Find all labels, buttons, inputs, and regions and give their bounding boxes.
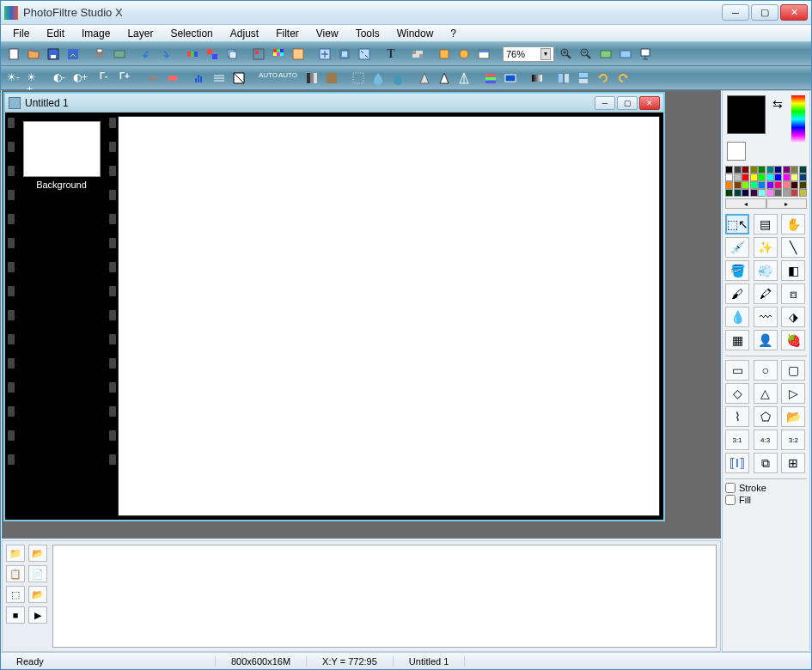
paste-button[interactable]: 📄 (28, 565, 47, 582)
palette-swatch[interactable] (783, 166, 791, 174)
duplicate-button[interactable] (223, 45, 241, 64)
action-list[interactable] (52, 545, 717, 648)
auto-levels-button[interactable]: AUTO (256, 69, 275, 88)
palette-swatch[interactable] (783, 174, 791, 181)
collapse-button[interactable]: 📂 (28, 545, 47, 562)
mirror-v-button[interactable] (574, 69, 593, 88)
document-minimize-button[interactable]: ─ (595, 96, 615, 110)
fill-tool[interactable]: 🪣 (725, 260, 749, 281)
palette-swatch[interactable] (791, 166, 798, 174)
rgb-button[interactable] (183, 45, 202, 64)
contrast-plus-button[interactable]: ◐+ (70, 69, 89, 88)
palette-swatch[interactable] (725, 174, 733, 181)
zoom-in-button[interactable] (557, 45, 576, 64)
play-button[interactable]: ▶ (28, 606, 47, 624)
menu-image[interactable]: Image (73, 26, 119, 41)
maximize-button[interactable]: ▢ (751, 4, 778, 21)
distort-tool[interactable]: ▦ (725, 330, 749, 350)
background-color[interactable] (727, 142, 746, 161)
palette-swatch[interactable] (734, 189, 742, 197)
palette-swatch[interactable] (774, 166, 782, 174)
mirror-h-button[interactable] (554, 69, 573, 88)
auto-contrast-button[interactable]: AUTO (276, 69, 295, 88)
levels-button[interactable] (210, 69, 229, 88)
palette-swatch[interactable] (750, 181, 758, 189)
color-picker-button[interactable] (249, 45, 268, 64)
rectangle-shape[interactable]: ▭ (725, 360, 749, 381)
swap-colors-icon[interactable]: ⇆ (772, 97, 783, 111)
document-maximize-button[interactable]: ▢ (617, 96, 638, 110)
open-button[interactable] (24, 45, 43, 64)
redo-button[interactable] (156, 45, 175, 64)
gamma-minus-button[interactable]: Γ- (97, 69, 116, 88)
menu-edit[interactable]: Edit (38, 26, 73, 41)
document-titlebar[interactable]: Untitled 1 ─ ▢ ✕ (5, 94, 663, 113)
zoom-out-button[interactable] (577, 45, 595, 64)
stamp-tool[interactable]: ⧈ (781, 283, 805, 304)
menu-layer[interactable]: Layer (119, 26, 162, 41)
palette-swatch[interactable] (774, 181, 782, 189)
palette-swatch[interactable] (766, 166, 774, 174)
foreground-color[interactable] (727, 95, 766, 134)
palette-swatch[interactable] (783, 189, 791, 197)
color-balance-button[interactable] (481, 69, 500, 88)
blur-more-button[interactable] (388, 69, 407, 88)
ratio-31-shape[interactable]: 3:1 (725, 429, 749, 450)
copy-button[interactable]: 📋 (6, 565, 25, 582)
palette-swatch[interactable] (750, 189, 758, 197)
palette-swatch[interactable] (799, 166, 807, 174)
brightness-minus-button[interactable]: ☀- (4, 69, 23, 88)
zoom-dropdown[interactable]: ▾ (540, 48, 551, 60)
palette-swatch[interactable] (783, 181, 791, 189)
palette-swatch[interactable] (791, 189, 798, 197)
palette-swatch[interactable] (799, 181, 807, 189)
grayscale-button[interactable] (302, 69, 321, 88)
menu-tools[interactable]: Tools (347, 26, 388, 41)
rounded-rect-shape[interactable]: ▢ (781, 360, 805, 381)
expand-button[interactable]: 📁 (6, 545, 25, 562)
rotate-right-button[interactable] (614, 69, 632, 88)
smudge-tool[interactable]: 〰 (754, 307, 778, 327)
palette-next-button[interactable]: ▸ (766, 198, 808, 209)
palette-swatch[interactable] (774, 189, 782, 197)
fullscreen-button[interactable] (636, 45, 655, 64)
minimize-button[interactable]: ─ (722, 4, 749, 21)
save-button[interactable] (44, 45, 63, 64)
zoom-input[interactable] (506, 49, 540, 59)
fit-image-button[interactable] (355, 45, 374, 64)
close-button[interactable]: ✕ (780, 4, 808, 21)
polygon-shape[interactable]: ⬠ (754, 406, 778, 427)
canvas-size-button[interactable] (335, 45, 354, 64)
ellipse-shape[interactable]: ○ (754, 360, 778, 381)
palette-swatch[interactable] (742, 181, 749, 189)
menu-selection[interactable]: Selection (162, 26, 221, 41)
magic-wand-tool[interactable]: ✨ (754, 237, 778, 258)
document-close-button[interactable]: ✕ (639, 96, 660, 110)
line-tool[interactable]: ╲ (781, 237, 805, 258)
blur-tool[interactable]: 💧 (725, 307, 749, 327)
palette-swatch[interactable] (774, 174, 782, 181)
open-action-button[interactable]: 📂 (28, 586, 47, 603)
blur-button[interactable] (369, 69, 388, 88)
ratio-32-shape[interactable]: 3:2 (781, 429, 805, 450)
indexed-color-button[interactable] (289, 45, 308, 64)
palette-swatch[interactable] (758, 181, 766, 189)
marquee-button[interactable]: ⬚ (6, 586, 25, 603)
brush-tool[interactable]: 🖌 (725, 283, 749, 304)
stop-button[interactable]: ■ (6, 606, 25, 624)
palette-swatch[interactable] (799, 174, 807, 181)
color-grid-button[interactable] (269, 45, 288, 64)
open-shape[interactable]: 📂 (781, 406, 805, 427)
transparency-button[interactable] (408, 45, 427, 64)
palette-swatch[interactable] (725, 166, 733, 174)
rotate-left-button[interactable] (594, 69, 613, 88)
palette-swatch[interactable] (742, 166, 749, 174)
save-as-button[interactable] (64, 45, 82, 64)
swap-colors-button[interactable] (203, 45, 222, 64)
advanced-brush-tool[interactable]: 🖍 (754, 283, 778, 304)
all-selection[interactable]: ⊞ (781, 453, 805, 473)
reinforce-button[interactable] (455, 69, 473, 88)
menu-help[interactable]: ? (442, 26, 465, 41)
palette-swatch[interactable] (750, 166, 758, 174)
sharpen-more-button[interactable] (435, 69, 454, 88)
